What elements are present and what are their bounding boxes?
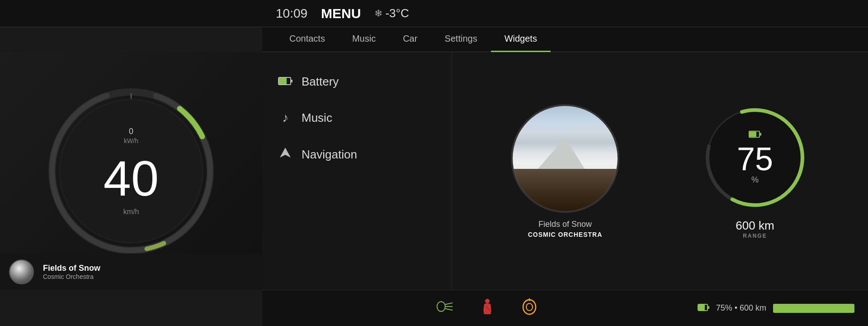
snowflake-icon: ❄ <box>374 8 382 19</box>
music-menu-icon: ♪ <box>278 110 292 125</box>
left-panel: 0 kW/h 40 km/h Fields of Snow Cosmic Orc… <box>0 52 262 290</box>
svg-rect-8 <box>279 78 287 84</box>
status-icons <box>276 298 698 318</box>
main-content: 0 kW/h 40 km/h Fields of Snow Cosmic Orc… <box>0 52 868 290</box>
range-value: 600 km <box>736 219 774 233</box>
track-name-widget: Fields of Snow <box>528 220 603 229</box>
battery-bar <box>773 304 854 313</box>
nav-widgets[interactable]: Widgets <box>491 27 551 52</box>
menu-item-music[interactable]: ♪ Music <box>271 101 443 134</box>
speed-value: 40 <box>104 153 159 203</box>
music-widget: Fields of Snow COSMIC ORCHESTRA <box>511 104 619 238</box>
battery-menu-icon <box>278 76 292 88</box>
temperature: ❄ -3°C <box>374 6 409 20</box>
kwh-unit: kW/h <box>124 137 138 144</box>
svg-point-17 <box>437 302 445 312</box>
track-artist-small: Cosmic Orchestra <box>43 273 100 280</box>
svg-rect-9 <box>291 80 292 82</box>
svg-line-20 <box>445 308 453 310</box>
svg-rect-28 <box>708 306 709 309</box>
speedometer: 0 kW/h 40 km/h <box>45 85 217 257</box>
album-image <box>513 106 618 211</box>
headlights-icon <box>435 300 453 317</box>
svg-point-21 <box>485 299 490 303</box>
battery-display: 75 % <box>737 130 773 184</box>
menu-title: MENU <box>321 6 361 21</box>
nav-contacts[interactable]: Contacts <box>276 27 339 52</box>
tire-pressure-icon <box>521 298 538 318</box>
bottom-music-strip: Fields of Snow Cosmic Orchestra <box>0 254 262 290</box>
battery-percent-label: % <box>751 175 759 184</box>
album-art-thumbnail <box>9 259 34 284</box>
right-widgets-panel: Fields of Snow COSMIC ORCHESTRA <box>452 52 868 290</box>
nav-car[interactable]: Car <box>389 27 431 52</box>
status-right: 75% • 600 km <box>698 303 854 313</box>
track-artist-widget: COSMIC ORCHESTRA <box>528 231 603 238</box>
album-art <box>511 104 619 213</box>
svg-point-23 <box>523 300 536 314</box>
battery-circle: 75 % <box>701 103 809 212</box>
menu-item-battery[interactable]: Battery <box>271 66 443 98</box>
battery-widget: 75 % 600 km RANGE <box>701 103 809 239</box>
navigation-bar: Contacts Music Car Settings Widgets <box>262 27 868 52</box>
menu-label-battery: Battery <box>302 75 339 89</box>
speedometer-display: 0 kW/h 40 km/h <box>104 126 159 216</box>
status-bar: 75% • 600 km <box>262 290 868 326</box>
top-bar-content: 10:09 MENU ❄ -3°C <box>276 6 409 21</box>
navigation-menu-icon <box>278 147 292 162</box>
center-menu-panel: Battery ♪ Music Navigation <box>262 52 452 290</box>
track-name-small: Fields of Snow <box>43 264 100 273</box>
battery-icon <box>749 130 761 139</box>
menu-label-music: Music <box>302 111 332 125</box>
svg-point-24 <box>526 303 533 311</box>
top-bar: 10:09 MENU ❄ -3°C <box>0 0 868 27</box>
menu-item-navigation[interactable]: Navigation <box>271 138 443 171</box>
seatbelt-warning-icon <box>481 298 494 318</box>
kwh-value: 0 <box>129 126 133 136</box>
svg-rect-16 <box>760 133 761 135</box>
track-info-widget: Fields of Snow COSMIC ORCHESTRA <box>528 220 603 238</box>
speed-unit: km/h <box>123 207 139 216</box>
range-label: RANGE <box>736 233 774 239</box>
svg-marker-10 <box>280 148 291 158</box>
svg-rect-27 <box>698 305 705 310</box>
status-battery-icon <box>698 304 709 313</box>
status-battery-text: 75% • 600 km <box>716 303 766 313</box>
nav-music[interactable]: Music <box>339 27 389 52</box>
clock: 10:09 <box>276 6 307 21</box>
battery-range-info: 600 km RANGE <box>736 219 774 239</box>
svg-line-18 <box>445 302 453 304</box>
track-info-small: Fields of Snow Cosmic Orchestra <box>43 264 100 280</box>
album-progress-arc <box>511 204 619 213</box>
menu-label-navigation: Navigation <box>302 148 357 162</box>
battery-percent-value: 75 <box>737 142 773 175</box>
nav-settings[interactable]: Settings <box>431 27 491 52</box>
svg-rect-15 <box>750 131 756 137</box>
